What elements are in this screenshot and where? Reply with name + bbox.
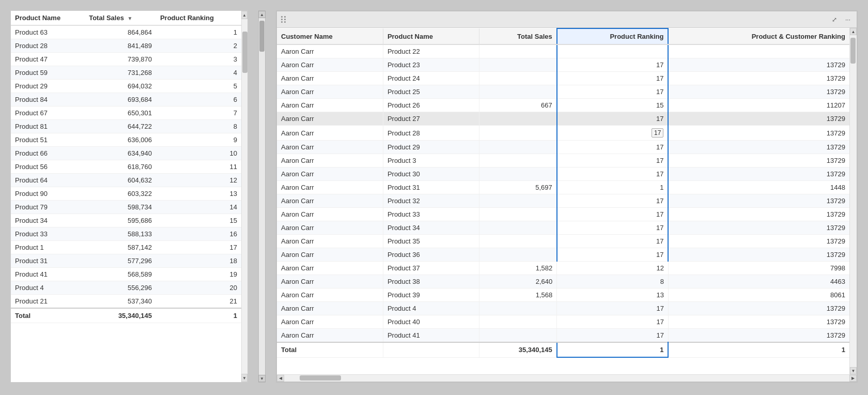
right-cell-customer-name: Aaron Carr [277, 112, 383, 126]
right-cell-product-name: Product 29 [383, 141, 479, 154]
right-table-row: Aaron Carr Product 29 17 13729 [277, 141, 849, 154]
left-scrollbar-thumb[interactable] [242, 32, 247, 73]
left-table-row: Product 31 577,296 18 [11, 254, 241, 268]
right-cell-product-ranking: 1 [557, 181, 669, 194]
right-scrollbar-horizontal[interactable]: ◀ ▶ [277, 374, 857, 382]
right-table-row: Aaron Carr Product 3 17 13729 [277, 154, 849, 168]
right-cell-total-sales [479, 126, 557, 141]
drag-handle-icon [281, 16, 286, 23]
middle-scroll-down[interactable]: ▼ [258, 375, 266, 382]
right-scroll-down[interactable]: ▼ [850, 367, 857, 374]
right-cell-pc-ranking: 13729 [668, 315, 849, 329]
right-cell-product-ranking: 15 [557, 99, 669, 112]
left-table-row: Product 56 618,760 11 [11, 160, 241, 174]
right-cell-customer-name: Aaron Carr [277, 99, 383, 112]
right-cell-product-ranking: 17 [557, 168, 669, 181]
right-cell-customer-name: Aaron Carr [277, 154, 383, 168]
right-cell-product-ranking: 17 [557, 315, 669, 329]
right-scrollbar-thumb-h[interactable] [300, 375, 341, 381]
left-col-product-ranking[interactable]: Product Ranking [156, 11, 241, 25]
left-cell-product-name: Product 51 [11, 133, 85, 147]
right-table-row: Aaron Carr Product 39 1,568 13 8061 [277, 288, 849, 302]
right-cell-product-name: Product 26 [383, 99, 479, 112]
left-cell-total-sales: 739,870 [85, 53, 156, 66]
right-col-product-ranking[interactable]: Product Ranking [557, 28, 669, 44]
left-cell-total-sales: 618,760 [85, 160, 156, 174]
right-cell-pc-ranking: 13729 [668, 329, 849, 343]
right-table-row: Aaron Carr Product 31 5,697 1 1448 [277, 181, 849, 194]
right-cell-total-sales [479, 315, 557, 329]
right-scrollbar-thumb-v[interactable] [850, 38, 856, 64]
right-cell-product-name: Product 23 [383, 58, 479, 72]
middle-scrollbar-thumb[interactable] [259, 21, 265, 52]
left-table-row: Product 41 568,589 19 [11, 268, 241, 281]
right-cell-total-sales [479, 194, 557, 208]
right-cell-product-name: Product 37 [383, 262, 479, 275]
left-cell-ranking: 8 [156, 120, 241, 133]
right-cell-customer-name: Aaron Carr [277, 181, 383, 194]
resize-handle[interactable] [277, 11, 281, 16]
left-cell-total-sales: 556,296 [85, 281, 156, 295]
titlebar-icons: ⤢ ··· [830, 15, 853, 24]
right-table-row: Aaron Carr Product 38 2,640 8 4463 [277, 275, 849, 288]
right-scroll-left[interactable]: ◀ [277, 375, 284, 382]
right-col-product-customer-ranking[interactable]: Product & Customer Ranking [668, 28, 849, 44]
left-cell-total-sales: 577,296 [85, 254, 156, 268]
right-table-row: Aaron Carr Product 28 17 13729 [277, 126, 849, 141]
right-cell-pc-ranking: 13729 [668, 248, 849, 262]
left-cell-total-sales: 650,301 [85, 107, 156, 120]
right-cell-customer-name: Aaron Carr [277, 126, 383, 141]
right-cell-customer-name: Aaron Carr [277, 302, 383, 315]
right-cell-product-name: Product 30 [383, 168, 479, 181]
right-cell-product-name: Product 38 [383, 275, 479, 288]
right-table-row: Aaron Carr Product 4 17 13729 [277, 302, 849, 315]
right-col-customer-name[interactable]: Customer Name [277, 28, 383, 44]
middle-scrollbar[interactable]: ▲ ▼ [258, 10, 266, 383]
right-cell-customer-name: Aaron Carr [277, 208, 383, 221]
right-scroll-up[interactable]: ▲ [850, 28, 857, 35]
left-panel: ▲ Product Name Total Sales ▼ Product Ran… [10, 10, 248, 383]
right-cell-customer-name: Aaron Carr [277, 288, 383, 302]
right-table-row: Aaron Carr Product 40 17 13729 [277, 315, 849, 329]
more-options-icon[interactable]: ··· [843, 15, 853, 24]
titlebar-drag[interactable] [281, 16, 286, 23]
right-cell-product-name: Product 34 [383, 221, 479, 235]
left-cell-product-name: Product 64 [11, 174, 85, 187]
left-cell-ranking: 17 [156, 241, 241, 254]
left-cell-product-name: Product 63 [11, 25, 85, 39]
right-cell-product-ranking: 17 [557, 85, 669, 99]
sort-indicator: ▼ [127, 16, 132, 21]
right-scrollbar-vertical[interactable]: ▲ ▼ [849, 28, 857, 374]
right-col-product-name[interactable]: Product Name [383, 28, 479, 44]
right-cell-product-ranking: 17 [557, 208, 669, 221]
left-scroll-up[interactable]: ▲ [241, 11, 247, 19]
right-col-total-sales[interactable]: Total Sales [479, 28, 557, 44]
right-cell-pc-ranking: 7998 [668, 262, 849, 275]
left-cell-product-name: Product 29 [11, 80, 85, 93]
right-cell-pc-ranking: 13729 [668, 58, 849, 72]
right-table-row: Aaron Carr Product 33 17 13729 [277, 208, 849, 221]
right-footer-pc-ranking: 1 [668, 342, 849, 357]
left-cell-ranking: 7 [156, 107, 241, 120]
left-cell-total-sales: 604,632 [85, 174, 156, 187]
left-scroll-down[interactable]: ▼ [241, 374, 247, 382]
right-cell-product-ranking: 17 [557, 58, 669, 72]
right-cell-product-ranking: 17 [557, 221, 669, 235]
left-cell-product-name: Product 67 [11, 107, 85, 120]
expand-icon[interactable]: ⤢ [830, 15, 839, 24]
right-cell-product-ranking: 17 [557, 235, 669, 248]
right-scroll-right[interactable]: ▶ [849, 375, 857, 382]
left-cell-total-sales: 603,322 [85, 187, 156, 201]
left-cell-product-name: Product 34 [11, 214, 85, 227]
right-cell-pc-ranking: 1448 [668, 181, 849, 194]
middle-scroll-up[interactable]: ▲ [258, 11, 266, 18]
left-scrollbar[interactable] [241, 11, 247, 382]
right-cell-pc-ranking [668, 44, 849, 58]
left-cell-total-sales: 588,133 [85, 227, 156, 241]
left-cell-ranking: 20 [156, 281, 241, 295]
right-table-container: Customer Name Product Name Total Sales P… [277, 28, 857, 374]
left-col-total-sales[interactable]: Total Sales ▼ [85, 11, 156, 25]
right-cell-pc-ranking: 13729 [668, 221, 849, 235]
left-col-product-name[interactable]: Product Name [11, 11, 85, 25]
right-cell-total-sales [479, 44, 557, 58]
